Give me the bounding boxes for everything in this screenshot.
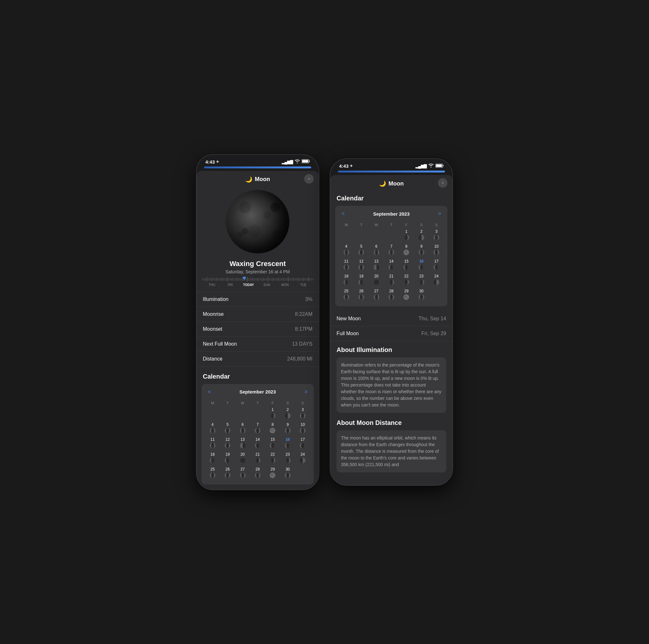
moon-phase-icon [358,264,365,272]
calendar-day[interactable]: 26 [354,288,368,303]
svg-point-85 [240,457,246,463]
wifi-icon-left [295,160,300,164]
moon-icon-header-left: 🌙 [245,176,252,183]
close-button-left[interactable]: × [304,174,314,184]
calendar-day[interactable]: 13 [369,258,383,273]
new-moon-date: Thu, Sep 14 [419,316,446,322]
calendar-day[interactable]: 14 [250,437,265,451]
info-value-distance: 248,800 MI [287,356,312,362]
calendar-title-left: Calendar [197,367,319,384]
calendar-day[interactable]: 7 [250,422,265,436]
calendar-day[interactable]: 24 [429,273,444,288]
calendar-next-cal-left[interactable]: > [302,388,310,396]
moon-phase-icon [269,412,276,420]
calendar-day[interactable]: 8 [399,244,414,258]
calendar-day[interactable]: 21 [250,451,265,466]
calendar-day[interactable]: 22 [399,273,414,288]
calendar-day[interactable]: 3 [429,229,444,243]
calendar-day[interactable]: 21 [384,273,398,288]
calendar-day[interactable]: 4 [339,244,353,258]
moon-phase-icon [418,249,425,257]
calendar-day [250,407,265,421]
calendar-day[interactable]: 15 [399,258,414,273]
calendar-day[interactable]: 25 [205,467,220,481]
moon-phase-icon [254,427,261,435]
calendar-day[interactable]: 8 [266,422,280,436]
calendar-day[interactable]: 20 [369,273,383,288]
calendar-day[interactable]: 4 [205,422,220,436]
moon-phase-icon [284,427,291,435]
calendar-day[interactable]: 3 [296,407,310,421]
svg-point-216 [420,279,423,285]
calendar-day[interactable]: 13 [235,437,250,451]
about-distance-title: About Moon Distance [337,419,446,427]
calendar-day[interactable]: 25 [339,288,353,303]
calendar-day[interactable]: 9 [280,422,295,436]
calendar-day[interactable]: 9 [414,244,428,258]
calendar-day[interactable]: 23 [280,451,295,466]
calendar-day[interactable]: 17 [429,258,444,273]
calendar-day[interactable]: 26 [220,467,234,481]
calendar-day[interactable]: 12 [354,258,368,273]
calendar-day[interactable]: 16 [414,258,428,273]
calendar-day[interactable]: 7 [384,244,398,258]
cal-date-number: 2 [421,229,423,234]
calendar-day[interactable]: 20 [235,451,250,466]
calendar-day[interactable]: 23 [414,273,428,288]
svg-rect-58 [240,443,243,448]
calendar-day[interactable]: 10 [296,422,310,436]
calendar-prev-cal-right[interactable]: < [339,210,347,218]
calendar-day[interactable]: 12 [220,437,234,451]
calendar-right[interactable]: < September 2023 > MTWTFSS12345678910111… [335,206,447,306]
timeline-section-left[interactable]: THU FRI TODAY SUN MON TUE [197,278,319,292]
calendar-next-cal-right[interactable]: > [436,210,444,218]
right-scroll-content[interactable]: Calendar < September 2023 > MTWTFSS12345… [330,191,452,485]
moon-phase-icon [403,249,410,257]
calendar-day[interactable]: 18 [339,273,353,288]
calendar-day[interactable]: 29 [399,288,414,303]
modal-content-left[interactable]: Waxing Crescent Saturday, September 16 a… [197,187,319,490]
moon-phase-icon [254,457,261,465]
moon-info-left: Waxing Crescent Saturday, September 16 a… [197,260,319,278]
calendar-day[interactable]: 19 [354,273,368,288]
moon-phase-icon [403,279,410,287]
calendar-day[interactable]: 1 [266,407,280,421]
calendar-day[interactable]: 15 [266,437,280,451]
calendar-day[interactable]: 5 [220,422,234,436]
calendar-day[interactable]: 10 [429,244,444,258]
moon-phase-icon [284,412,291,420]
calendar-day[interactable]: 6 [235,422,250,436]
moon-phase-icon [269,472,276,480]
calendar-day[interactable]: 27 [235,467,250,481]
calendar-left[interactable]: < September 2023 > MTWTFSS12345678910111… [202,384,314,484]
calendar-day[interactable]: 16 [280,437,295,451]
calendar-day[interactable]: 17 [296,437,310,451]
calendar-day[interactable]: 11 [205,437,220,451]
calendar-day[interactable]: 18 [205,451,220,466]
moon-phase-icon [343,279,350,287]
calendar-day[interactable]: 28 [250,467,265,481]
moon-phase-icon [299,457,306,465]
calendar-day[interactable]: 27 [369,288,383,303]
calendar-day[interactable]: 19 [220,451,234,466]
calendar-day[interactable]: 2 [280,407,295,421]
close-button-right[interactable]: × [438,178,447,188]
calendar-day[interactable]: 30 [414,288,428,303]
calendar-day[interactable]: 29 [266,467,280,481]
calendar-day[interactable]: 22 [266,451,280,466]
cal-date-number: 6 [242,422,244,427]
calendar-day[interactable]: 14 [384,258,398,273]
cal-date-number: 2 [287,407,289,412]
calendar-day[interactable]: 11 [339,258,353,273]
calendar-day[interactable]: 28 [384,288,398,303]
calendar-day[interactable]: 24 [296,451,310,466]
svg-point-190 [420,265,423,270]
calendar-day[interactable]: 2 [414,229,428,243]
calendar-day[interactable]: 1 [399,229,414,243]
calendar-day[interactable]: 30 [280,467,295,481]
cal-date-number: 20 [241,452,245,456]
calendar-day[interactable]: 5 [354,244,368,258]
status-time-left: 4:43 ✈ [205,159,219,165]
calendar-prev-cal-left[interactable]: < [205,388,213,396]
calendar-day[interactable]: 6 [369,244,383,258]
